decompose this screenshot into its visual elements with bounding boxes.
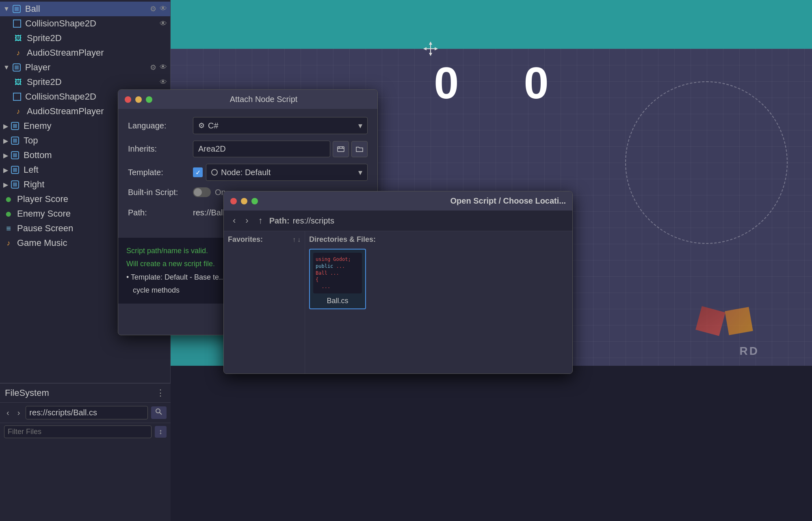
tree-item-sprite2[interactable]: 🖼 Sprite2D 👁 bbox=[0, 75, 170, 89]
fc-files-header: Directories & Files: bbox=[309, 235, 568, 244]
template-select[interactable]: Node: Default ▾ bbox=[206, 164, 368, 181]
ball-label: Ball bbox=[25, 4, 150, 14]
tree-item-sprite1[interactable]: 🖼 Sprite2D bbox=[0, 31, 170, 46]
watermark bbox=[698, 309, 751, 333]
enemy-icon bbox=[10, 121, 20, 131]
ball-eye-icon: 👁 bbox=[160, 4, 167, 13]
inherits-browse-icon[interactable] bbox=[333, 141, 349, 157]
score-right: 0 bbox=[524, 57, 549, 109]
audio1-label: AudioStreamPlayer bbox=[27, 48, 167, 58]
fc-back-btn[interactable]: ‹ bbox=[230, 215, 239, 227]
fc-file-grid: using Godot; public ... Ball ... { ... B… bbox=[309, 249, 568, 309]
player-eye-icon: 👁 bbox=[160, 63, 167, 72]
svg-rect-13 bbox=[13, 182, 17, 187]
tl-green[interactable] bbox=[146, 96, 152, 103]
chevron-top[interactable]: ▶ bbox=[3, 137, 8, 145]
fc-fav-up-btn[interactable]: ↑ bbox=[292, 236, 296, 243]
sprite1-icon: 🖼 bbox=[13, 33, 24, 43]
ball-node-icon bbox=[11, 4, 22, 14]
game-music-icon: ♪ bbox=[3, 238, 14, 248]
language-dropdown[interactable]: ⚙ C# ▾ bbox=[193, 117, 368, 134]
filter-sort-btn[interactable]: ↕ bbox=[155, 426, 167, 438]
chevron-ball[interactable]: ▼ bbox=[3, 5, 10, 13]
move-cursor-icon bbox=[422, 41, 439, 60]
filesystem-header: FileSystem ⋮ bbox=[0, 384, 171, 403]
inherits-input[interactable] bbox=[193, 141, 330, 157]
score-left: 0 bbox=[434, 57, 459, 109]
fc-fav-down-btn[interactable]: ↓ bbox=[297, 236, 301, 243]
svg-marker-18 bbox=[429, 41, 432, 45]
tree-item-ball[interactable]: ▼ Ball ⚙ 👁 bbox=[0, 2, 170, 16]
builtin-label: Built-in Script: bbox=[128, 188, 193, 197]
inherits-row: Inherits: bbox=[128, 141, 368, 157]
fc-path-bar: ‹ › ↑ Path: res://scripts bbox=[224, 211, 572, 231]
svg-rect-22 bbox=[338, 147, 344, 152]
attach-dialog-title: Attach Node Script bbox=[156, 95, 371, 104]
fs-forward-btn[interactable]: › bbox=[15, 407, 23, 418]
sprite2-label: Sprite2D bbox=[27, 77, 160, 87]
fc-fav-arrows: ↑ ↓ bbox=[292, 236, 301, 243]
chevron-left[interactable]: ▶ bbox=[3, 166, 8, 174]
template-checkbox[interactable]: ✓ bbox=[193, 167, 203, 177]
tree-item-audio1[interactable]: ♪ AudioStreamPlayer bbox=[0, 46, 170, 60]
builtin-toggle[interactable] bbox=[193, 187, 211, 197]
player-node-icon bbox=[11, 62, 22, 73]
fs-back-btn[interactable]: ‹ bbox=[4, 407, 12, 418]
player-score-icon: ● bbox=[3, 194, 14, 204]
fs-path-input[interactable] bbox=[26, 406, 148, 419]
chevron-right[interactable]: ▶ bbox=[3, 181, 8, 189]
collision1-label: CollisionShape2D bbox=[25, 18, 160, 29]
filter-row: ↕ bbox=[0, 423, 171, 441]
chevron-player[interactable]: ▼ bbox=[3, 64, 10, 71]
fc-up-btn[interactable]: ↑ bbox=[255, 215, 266, 227]
fc-titlebar: Open Script / Choose Locati... bbox=[224, 191, 572, 211]
ball-script-icon: ⚙ bbox=[150, 4, 156, 13]
watermark-shape2 bbox=[725, 307, 753, 335]
filesystem-path-bar: ‹ › bbox=[0, 403, 171, 423]
inherits-folder-icon[interactable] bbox=[351, 141, 368, 157]
fc-body: Favorites: ↑ ↓ Directories & Files: usin… bbox=[224, 231, 572, 373]
template-label: Template: bbox=[128, 168, 193, 177]
pause-screen-icon: ≡ bbox=[3, 223, 14, 234]
enemy-score-icon: ● bbox=[3, 208, 14, 219]
tl-yellow[interactable] bbox=[135, 96, 142, 103]
node-default-icon bbox=[211, 169, 218, 176]
svg-rect-5 bbox=[13, 124, 17, 128]
fc-file-thumb: using Godot; public ... Ball ... { ... bbox=[313, 253, 362, 293]
svg-point-14 bbox=[156, 409, 160, 413]
csharp-icon: ⚙ bbox=[198, 121, 205, 130]
tree-item-player[interactable]: ▼ Player ⚙ 👁 bbox=[0, 60, 170, 75]
filter-input[interactable] bbox=[4, 425, 152, 438]
sprite2-eye-icon: 👁 bbox=[160, 78, 167, 87]
fc-dialog-title: Open Script / Choose Locati... bbox=[262, 196, 566, 206]
fc-tl-yellow[interactable] bbox=[241, 198, 247, 204]
language-label: Language: bbox=[128, 121, 193, 130]
builtin-toggle-row: On bbox=[193, 187, 226, 197]
audio2-icon: ♪ bbox=[13, 106, 24, 117]
tree-item-collision1[interactable]: CollisionShape2D 👁 bbox=[0, 16, 170, 31]
fs-search-btn[interactable] bbox=[151, 406, 167, 419]
filesystem-title: FileSystem bbox=[5, 388, 156, 398]
language-arrow: ▾ bbox=[358, 121, 362, 130]
fc-forward-btn[interactable]: › bbox=[242, 215, 251, 227]
attach-dialog-titlebar: Attach Node Script bbox=[118, 90, 377, 109]
svg-rect-1 bbox=[15, 7, 19, 11]
collision1-icon bbox=[13, 20, 21, 28]
chevron-bottom[interactable]: ▶ bbox=[3, 152, 8, 159]
svg-marker-19 bbox=[429, 53, 432, 56]
fc-tl-red[interactable] bbox=[230, 198, 237, 204]
sprite1-label: Sprite2D bbox=[27, 33, 167, 43]
chevron-enemy[interactable]: ▶ bbox=[3, 122, 8, 130]
collision2-icon bbox=[13, 93, 21, 101]
ball-right-icons: ⚙ 👁 bbox=[150, 4, 167, 13]
tl-red[interactable] bbox=[125, 96, 131, 103]
score-display: 0 0 bbox=[434, 57, 548, 109]
collision1-eye-icon: 👁 bbox=[160, 20, 167, 28]
player-script-icon: ⚙ bbox=[150, 63, 156, 72]
fc-file-ball-cs[interactable]: using Godot; public ... Ball ... { ... B… bbox=[309, 249, 366, 309]
template-arrow: ▾ bbox=[358, 167, 362, 177]
fc-tl-green[interactable] bbox=[251, 198, 258, 204]
watermark-shape1 bbox=[695, 306, 725, 336]
fc-path-label: Path: bbox=[269, 216, 290, 226]
filesystem-menu[interactable]: ⋮ bbox=[156, 388, 166, 398]
